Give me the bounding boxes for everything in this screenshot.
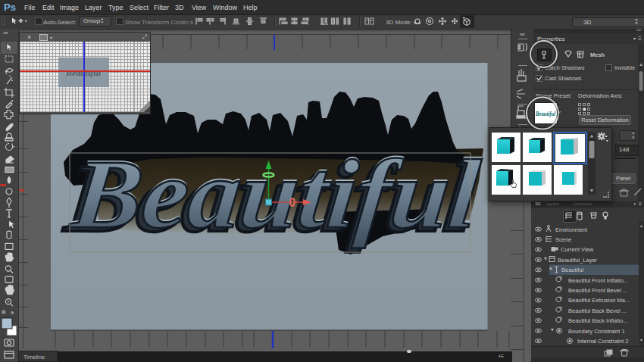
svg-text:Beautiful: Beautiful: [66, 139, 485, 248]
svg-text:Beautiful: Beautiful: [535, 110, 555, 117]
svg-text:»»: »»: [3, 30, 8, 36]
